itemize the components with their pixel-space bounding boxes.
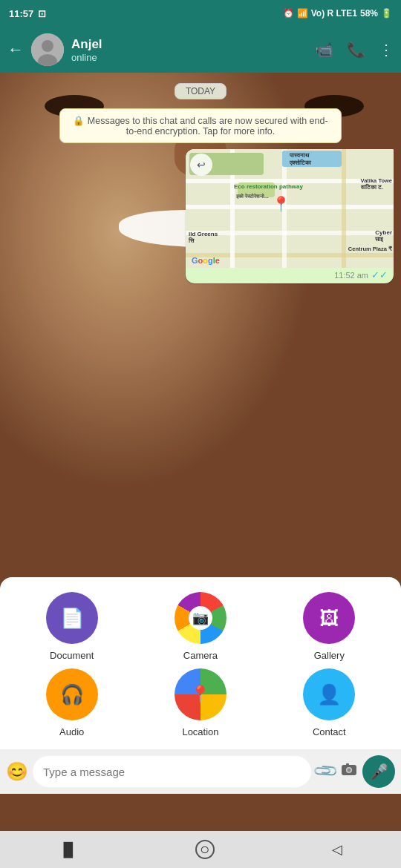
message-input[interactable] (33, 756, 311, 787)
map-container: पास्वनाथएक्सोटिका Eco restoration pathwa… (186, 149, 394, 268)
map-label-centrum: Centrum Plaza ₹ (348, 246, 392, 252)
contact-name: Anjel (71, 37, 315, 52)
svg-point-5 (348, 769, 351, 772)
attach-gallery[interactable]: 🖼 Gallery (303, 592, 355, 661)
document-icon-circle: 📄 (46, 592, 98, 644)
map-label-hindi1: पास्वनाथएक्सोटिका (290, 152, 311, 167)
map-location-pin: 📍 (272, 195, 290, 213)
status-bar: 11:57 ⊡ ⏰ 📶 Vo) R LTE1 58% 🔋 (0, 0, 401, 27)
forward-button[interactable]: ↩ (190, 154, 212, 176)
attach-location[interactable]: 📍 Location (175, 668, 226, 737)
map-label-eco: Eco restoration pathway (234, 183, 303, 190)
back-nav-button[interactable]: ◁ (332, 841, 342, 858)
home-button[interactable]: ○ (195, 840, 215, 859)
document-label: Document (50, 650, 94, 661)
mic-icon: 🎤 (370, 763, 388, 780)
date-badge: TODAY (175, 83, 226, 99)
google-logo: Google (192, 256, 220, 265)
paperclip-icon[interactable]: 📎 (312, 757, 339, 785)
message-input-bar: 😊 📎 🎤 (0, 749, 401, 794)
system-nav-bar: ▐▌ ○ ◁ (0, 831, 401, 868)
location-icon: 📍 (190, 685, 210, 704)
attach-document[interactable]: 📄 Document (46, 592, 98, 661)
header-action-icons: 📹 📞 ⋮ (315, 41, 394, 59)
audio-label: Audio (59, 726, 84, 737)
voice-call-button[interactable]: 📞 (347, 41, 365, 59)
read-ticks: ✓✓ (371, 269, 388, 280)
gallery-icon-circle: 🖼 (303, 592, 355, 644)
audio-icon: 🎧 (60, 683, 84, 706)
document-icon: 📄 (60, 607, 84, 630)
contact-info[interactable]: Anjel online (71, 37, 315, 63)
location-icon-circle: 📍 (175, 668, 226, 720)
map-label-cyber: Cyberसाइ (375, 229, 392, 243)
audio-icon-circle: 🎧 (46, 668, 98, 720)
attach-audio[interactable]: 🎧 Audio (46, 668, 98, 737)
attach-camera[interactable]: 📷 Camera (175, 592, 226, 661)
status-time: 11:57 (9, 8, 33, 19)
attachment-panel: 📄 Document 📷 Camera 🖼 Gallery (0, 577, 401, 749)
map-message-bubble[interactable]: पास्वनाथएक्सोटिका Eco restoration pathwa… (186, 149, 394, 283)
bubble-footer: 11:52 am ✓✓ (186, 268, 394, 283)
chat-content: TODAY 🔒 Messages to this chat and calls … (0, 73, 401, 831)
map-label-vatika: Vatika Toweवाटिका ट. (361, 177, 392, 191)
message-time: 11:52 am (334, 271, 368, 280)
camera-button[interactable] (340, 760, 358, 783)
location-label: Location (182, 726, 218, 737)
menu-button[interactable]: ⋮ (379, 41, 394, 59)
svg-point-1 (42, 40, 53, 52)
contact-label: Contact (313, 726, 346, 737)
attachment-grid: 📄 Document 📷 Camera 🖼 Gallery (15, 592, 386, 737)
battery-icon: 🔋 (381, 8, 392, 19)
attach-contact[interactable]: 👤 Contact (303, 668, 355, 737)
contact-icon: 👤 (317, 683, 341, 706)
microphone-button[interactable]: 🎤 (362, 755, 395, 788)
gallery-label: Gallery (314, 650, 345, 661)
avatar[interactable] (31, 33, 64, 66)
battery-text: 58% (360, 8, 378, 19)
encryption-notice[interactable]: 🔒 Messages to this chat and calls are no… (59, 108, 342, 143)
contact-icon-circle: 👤 (303, 668, 355, 720)
camera-icon-circle: 📷 (175, 592, 226, 644)
wifi-icon: 📶 (297, 8, 308, 19)
map-label-hindi2: इको रेस्टोरेशनो... (236, 194, 269, 200)
camera-icon: 📷 (189, 606, 212, 630)
recent-apps-button[interactable]: ▐▌ (59, 842, 78, 858)
contact-status: online (71, 52, 315, 63)
video-call-button[interactable]: 📹 (315, 41, 333, 59)
alarm-icon: ⏰ (283, 8, 294, 19)
svg-rect-6 (346, 763, 349, 766)
chat-header: ← Anjel online 📹 📞 ⋮ (0, 27, 401, 73)
camera-label: Camera (183, 650, 218, 661)
signal-text: Vo) R LTE1 (311, 8, 357, 19)
status-right: ⏰ 📶 Vo) R LTE1 58% 🔋 (283, 8, 392, 19)
back-button[interactable]: ← (7, 40, 24, 59)
emoji-button[interactable]: 😊 (6, 761, 28, 782)
map-label-greens: ild Greensसि (189, 231, 218, 245)
gallery-icon: 🖼 (319, 607, 339, 630)
status-icon: ⊡ (38, 8, 46, 19)
status-left: 11:57 ⊡ (9, 8, 46, 19)
